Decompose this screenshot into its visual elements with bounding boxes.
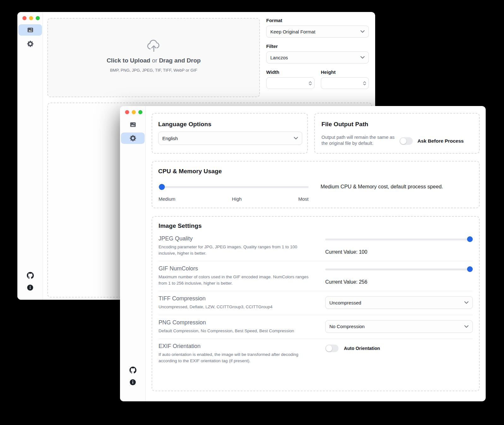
gif-numcolors-row: GIF NumColors Maximum number of colors u… <box>159 261 473 291</box>
info-icon <box>130 379 136 385</box>
upload-dropzone[interactable]: Click to Upload or Drag and Drop BMP, PN… <box>47 18 260 97</box>
sidebar-tab-settings[interactable] <box>121 133 145 144</box>
tick-most: Most <box>298 196 309 202</box>
tiff-compression-title: TIFF Compression <box>159 295 310 302</box>
exif-orientation-title: EXIF Orientation <box>159 343 310 350</box>
sidebar <box>17 12 43 300</box>
slider-handle[interactable] <box>467 236 473 242</box>
png-compression-title: PNG Compression <box>159 319 310 326</box>
height-input[interactable] <box>321 78 369 89</box>
window-controls <box>21 14 42 22</box>
tiff-compression-value: Uncompressed <box>329 300 361 305</box>
language-select-value: English <box>162 136 178 141</box>
image-icon <box>27 27 34 33</box>
exif-orientation-description: If auto orientation is enabled, the imag… <box>159 351 310 364</box>
height-label: Height <box>321 69 369 75</box>
width-input[interactable] <box>267 78 314 89</box>
tick-medium: Medium <box>159 196 175 202</box>
sidebar-tab-settings[interactable] <box>18 38 42 50</box>
jpeg-quality-title: JPEG Quality <box>159 235 310 242</box>
filter-label: Filter <box>266 44 369 49</box>
ask-before-process-toggle[interactable] <box>399 137 413 145</box>
image-settings-title: Image Settings <box>159 222 473 229</box>
chevron-down-icon <box>464 301 469 304</box>
desktop-background: Click to Upload or Drag and Drop BMP, PN… <box>0 0 504 425</box>
chevron-down-icon <box>464 325 469 328</box>
tick-high: High <box>232 196 242 202</box>
github-link[interactable] <box>120 367 146 374</box>
maximize-button[interactable] <box>36 16 40 20</box>
file-output-path-description: Output path will remain the same as the … <box>321 134 397 146</box>
jpeg-quality-current-value: Current Value: 100 <box>325 249 473 255</box>
width-field-wrap <box>266 77 315 89</box>
stepper-icon[interactable] <box>309 81 312 85</box>
sidebar <box>120 106 146 401</box>
jpeg-quality-row: JPEG Quality Encoding parameter for JPG,… <box>159 231 473 261</box>
format-select-value: Keep Original Format <box>270 29 315 34</box>
language-options-title: Language Options <box>158 121 301 128</box>
language-options-card: Language Options English <box>152 113 308 154</box>
file-output-path-title: File Output Path <box>321 121 472 128</box>
format-select[interactable]: Keep Original Format <box>266 26 369 38</box>
auto-orientation-label: Auto Orientation <box>344 346 380 351</box>
exif-orientation-row: EXIF Orientation If auto orientation is … <box>159 339 473 369</box>
filter-select[interactable]: Lanczos <box>266 51 369 63</box>
width-label: Width <box>266 69 315 75</box>
language-select[interactable]: English <box>158 132 302 145</box>
image-settings-card: Image Settings JPEG Quality Encoding par… <box>152 216 480 391</box>
sidebar-tab-images[interactable] <box>18 24 42 36</box>
gif-numcolors-current-value: Current Value: 256 <box>325 279 473 285</box>
info-icon <box>27 285 33 291</box>
image-icon <box>129 121 136 128</box>
cpu-status-text: Medium CPU & Memory cost, default proces… <box>321 184 443 190</box>
slider-handle[interactable] <box>467 266 473 272</box>
maximize-button[interactable] <box>138 110 142 114</box>
png-compression-value: No Compression <box>329 324 365 329</box>
close-button[interactable] <box>22 16 27 20</box>
ask-before-process-label: Ask Before Process <box>417 138 464 144</box>
gif-numcolors-title: GIF NumColors <box>159 265 310 272</box>
stepper-icon[interactable] <box>363 81 366 85</box>
filter-select-value: Lanczos <box>270 55 288 60</box>
format-label: Format <box>266 18 369 23</box>
upload-supported-formats: BMP, PNG, JPG, JPEG, TIF, TIFF, WebP or … <box>110 68 197 73</box>
minimize-button[interactable] <box>29 16 33 20</box>
gear-icon <box>130 135 136 141</box>
gif-numcolors-description: Maximum number of colors used in the GIF… <box>159 274 310 286</box>
cpu-memory-slider[interactable] <box>159 184 309 190</box>
gear-icon <box>27 41 33 47</box>
chevron-down-icon <box>294 137 298 140</box>
about-button[interactable] <box>120 379 146 385</box>
cpu-memory-card: CPU & Memory Usage Medium High Most Medi… <box>152 161 480 208</box>
chevron-down-icon <box>360 30 365 33</box>
github-icon <box>27 272 34 279</box>
window-controls <box>123 108 144 116</box>
cloud-upload-icon <box>146 39 162 53</box>
cpu-memory-title: CPU & Memory Usage <box>158 168 473 175</box>
png-compression-row: PNG Compression Default Compression, No … <box>159 315 473 339</box>
png-compression-select[interactable]: No Compression <box>325 320 473 333</box>
upload-title: Click to Upload or Drag and Drop <box>107 57 201 64</box>
settings-window: Language Options English File Output Pat… <box>120 106 486 401</box>
conversion-options-panel: Format Keep Original Format Filter Lancz… <box>266 18 369 89</box>
file-output-path-card: File Output Path Output path will remain… <box>314 113 480 154</box>
png-compression-description: Default Compression, No Compression, Bes… <box>159 328 310 334</box>
slider-handle[interactable] <box>159 184 165 190</box>
github-icon <box>129 367 136 374</box>
github-link[interactable] <box>17 272 43 279</box>
minimize-button[interactable] <box>132 110 136 114</box>
tiff-compression-description: Uncompressed, Deflate, LZW, CCITTGroup3,… <box>159 304 310 310</box>
tiff-compression-row: TIFF Compression Uncompressed, Deflate, … <box>159 291 473 315</box>
height-field-wrap <box>321 77 369 89</box>
jpeg-quality-description: Encoding parameter for JPG, JPEG images.… <box>159 244 310 256</box>
gif-numcolors-slider[interactable] <box>325 266 473 272</box>
cpu-slider-ticks: Medium High Most <box>159 196 309 202</box>
chevron-down-icon <box>360 56 365 59</box>
close-button[interactable] <box>125 110 129 114</box>
about-button[interactable] <box>17 285 43 291</box>
tiff-compression-select[interactable]: Uncompressed <box>325 296 473 309</box>
auto-orientation-toggle[interactable] <box>325 345 339 352</box>
jpeg-quality-slider[interactable] <box>325 236 473 242</box>
sidebar-tab-images[interactable] <box>121 119 145 130</box>
